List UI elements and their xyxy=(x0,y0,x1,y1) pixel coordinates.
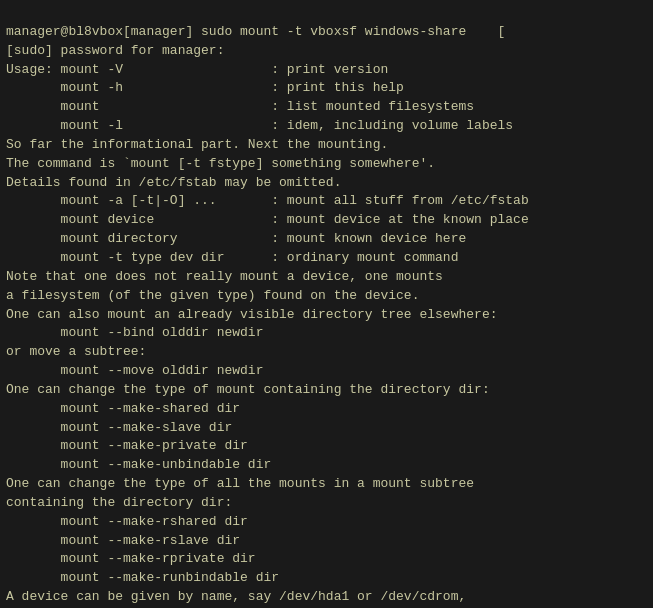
terminal-line: mount -a [-t|-O] ... : mount all stuff f… xyxy=(6,192,647,211)
terminal-line: mount --make-rprivate dir xyxy=(6,550,647,569)
terminal-line: mount --move olddir newdir xyxy=(6,362,647,381)
terminal-line: Usage: mount -V : print version xyxy=(6,61,647,80)
terminal-line: Note that one does not really mount a de… xyxy=(6,268,647,287)
terminal-line: mount --make-rshared dir xyxy=(6,513,647,532)
terminal-line: mount --make-slave dir xyxy=(6,419,647,438)
terminal-line: One can change the type of mount contain… xyxy=(6,381,647,400)
terminal-line: [sudo] password for manager: xyxy=(6,42,647,61)
terminal-line: mount --make-private dir xyxy=(6,437,647,456)
terminal-line: mount --bind olddir newdir xyxy=(6,324,647,343)
terminal-line: mount -t type dev dir : ordinary mount c… xyxy=(6,249,647,268)
terminal-line: mount --make-runbindable dir xyxy=(6,569,647,588)
terminal-line: mount directory : mount known device her… xyxy=(6,230,647,249)
terminal-line: manager@bl8vbox[manager] sudo mount -t v… xyxy=(6,23,647,42)
terminal-line: Details found in /etc/fstab may be omitt… xyxy=(6,174,647,193)
terminal-line: or move a subtree: xyxy=(6,343,647,362)
terminal-line: mount --make-rslave dir xyxy=(6,532,647,551)
terminal-line: containing the directory dir: xyxy=(6,494,647,513)
terminal-line: So far the informational part. Next the … xyxy=(6,136,647,155)
terminal-line: a filesystem (of the given type) found o… xyxy=(6,287,647,306)
terminal-line: mount -l : idem, including volume labels xyxy=(6,117,647,136)
terminal-line: The command is `mount [-t fstype] someth… xyxy=(6,155,647,174)
terminal-line: One can change the type of all the mount… xyxy=(6,475,647,494)
terminal-output: manager@bl8vbox[manager] sudo mount -t v… xyxy=(6,4,647,608)
terminal-line: One can also mount an already visible di… xyxy=(6,306,647,325)
terminal-line: mount device : mount device at the known… xyxy=(6,211,647,230)
terminal-line: mount --make-unbindable dir xyxy=(6,456,647,475)
terminal-line: A device can be given by name, say /dev/… xyxy=(6,588,647,607)
terminal-line: mount --make-shared dir xyxy=(6,400,647,419)
terminal-line: mount -h : print this help xyxy=(6,79,647,98)
terminal-line: mount : list mounted filesystems xyxy=(6,98,647,117)
